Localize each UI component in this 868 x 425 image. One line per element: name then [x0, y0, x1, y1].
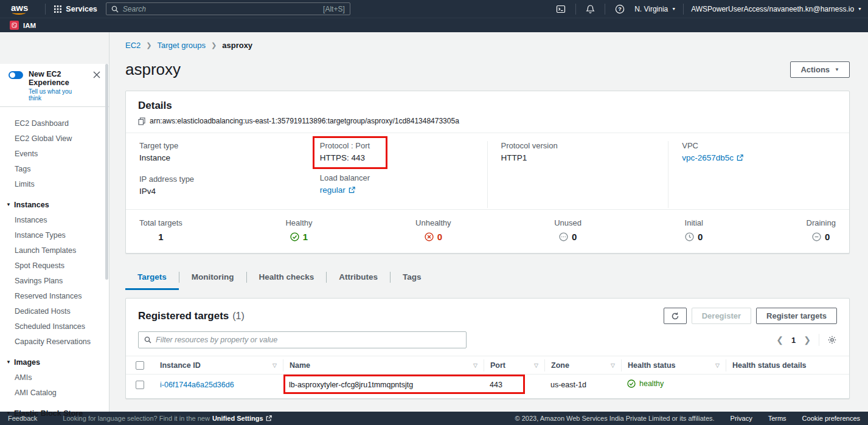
refresh-button[interactable]	[664, 308, 687, 324]
sidebar-section-elastic-block-store[interactable]: ▼Elastic Block Store	[0, 406, 109, 421]
sidebar-item-launch-templates[interactable]: Launch Templates	[0, 243, 109, 258]
privacy-link[interactable]: Privacy	[731, 415, 752, 422]
registered-targets-title: Registered targets	[138, 310, 229, 322]
search-shortcut: [Alt+S]	[323, 5, 345, 13]
sidebar-section-images[interactable]: ▼Images	[0, 354, 109, 370]
sort-icon[interactable]: ▽	[710, 362, 720, 368]
tab-health-checks[interactable]: Health checks	[247, 267, 327, 290]
sidebar-item-savings-plans[interactable]: Savings Plans	[0, 273, 109, 288]
sidebar-item-capacity-reservations[interactable]: Capacity Reservations	[0, 334, 109, 349]
chevron-down-icon: ▼	[6, 410, 11, 416]
sidebar-item-events[interactable]: Events	[0, 146, 109, 161]
page-number[interactable]: 1	[791, 336, 796, 345]
column-header-zone[interactable]: Zone▽	[544, 359, 621, 371]
top-navigation-bar: aws Services [Alt+S] ? N. Virginia ▼	[0, 0, 868, 18]
tab-tags[interactable]: Tags	[391, 267, 434, 290]
sidebar-item-limits[interactable]: Limits	[0, 176, 109, 192]
sort-icon[interactable]: ▽	[468, 362, 477, 368]
filter-input-wrapper	[138, 331, 467, 348]
search-input[interactable]	[123, 5, 319, 13]
select-all-checkbox[interactable]	[136, 361, 144, 370]
stat-healthy: Healthy 1	[285, 218, 312, 242]
deregister-button[interactable]: Deregister	[692, 308, 751, 324]
next-page-icon[interactable]: ❯	[804, 336, 811, 344]
search-icon	[111, 5, 119, 13]
sidebar-item-instance-types[interactable]: Instance Types	[0, 227, 109, 243]
tab-monitoring[interactable]: Monitoring	[179, 267, 246, 290]
protocol-port-annotation-box: Protocol : Port HTTPS: 443	[313, 136, 387, 169]
target-zone-cell: us-east-1d	[544, 381, 621, 389]
register-targets-button[interactable]: Register targets	[756, 308, 837, 324]
terms-link[interactable]: Terms	[768, 415, 786, 422]
close-icon[interactable]	[92, 70, 102, 80]
iam-label: IAM	[23, 22, 36, 29]
target-port-cell: 443	[484, 381, 544, 389]
sort-icon[interactable]: ▽	[268, 362, 277, 368]
sidebar-item-tags[interactable]: Tags	[0, 161, 109, 176]
ip-address-type-value: IPv4	[139, 187, 293, 196]
column-header-port[interactable]: Port▽	[484, 359, 544, 371]
load-balancer-link[interactable]: regular	[320, 185, 355, 195]
sidebar-item-dedicated-hosts[interactable]: Dedicated Hosts	[0, 303, 109, 319]
iam-service-icon	[10, 21, 19, 30]
region-selector[interactable]: N. Virginia ▼	[634, 5, 676, 13]
chevron-right-icon: ❯	[146, 41, 151, 49]
breadcrumb-ec2[interactable]: EC2	[125, 41, 141, 50]
breadcrumb-target-groups[interactable]: Target groups	[158, 41, 206, 50]
sidebar-scrollbar[interactable]	[105, 64, 108, 280]
notifications-bell-icon[interactable]	[583, 4, 597, 14]
cookie-preferences-link[interactable]: Cookie preferences	[802, 415, 860, 422]
sidebar-item-scheduled-instances[interactable]: Scheduled Instances	[0, 319, 109, 334]
external-link-icon	[349, 187, 355, 193]
column-header-health-status[interactable]: Health status▽	[621, 359, 726, 371]
sidebar-item-volumes[interactable]: Volumes	[0, 421, 109, 425]
column-header-health-status-details: Health status details	[726, 359, 849, 371]
sidebar-item-ec2-global-view[interactable]: EC2 Global View	[0, 131, 109, 146]
instance-id-link[interactable]: i-06f1744a6a25d36d6	[160, 381, 234, 389]
external-link-icon	[266, 415, 272, 421]
refresh-icon	[671, 312, 679, 320]
tab-attributes[interactable]: Attributes	[327, 267, 390, 290]
tab-targets[interactable]: Targets	[125, 267, 179, 290]
sidebar-section-instances[interactable]: ▼Instances	[0, 197, 109, 212]
table-settings-gear-icon[interactable]	[827, 335, 837, 345]
sidebar-item-spot-requests[interactable]: Spot Requests	[0, 258, 109, 273]
row-checkbox[interactable]	[136, 381, 144, 389]
console-footer: Feedback Looking for language selection?…	[0, 412, 868, 425]
details-title: Details	[138, 100, 837, 112]
global-search[interactable]: [Alt+S]	[106, 2, 350, 15]
favorite-iam-link[interactable]: IAM	[10, 21, 36, 30]
favorites-bar: IAM	[0, 18, 868, 32]
grid-icon	[54, 5, 61, 13]
cloudshell-icon[interactable]	[554, 4, 568, 14]
sidebar-item-ec2-dashboard[interactable]: EC2 Dashboard	[0, 116, 109, 131]
column-header-instance-id[interactable]: Instance ID▽	[154, 359, 283, 371]
services-menu-button[interactable]: Services	[52, 5, 99, 13]
previous-page-icon[interactable]: ❮	[776, 336, 783, 344]
vpc-link[interactable]: vpc-2657db5c	[682, 153, 743, 162]
divider	[683, 4, 684, 15]
experience-title: New EC2 Experience	[29, 70, 86, 87]
account-menu[interactable]: AWSPowerUserAccess/navaneeth.kn@harness.…	[691, 5, 862, 13]
experience-toggle[interactable]	[9, 71, 23, 79]
divider	[605, 4, 605, 15]
table-row: i-06f1744a6a25d36d6 lb-asproxytyler-cfcg…	[126, 375, 849, 395]
stat-unhealthy: Unhealthy 0	[415, 218, 451, 242]
sidebar-item-instances[interactable]: Instances	[0, 212, 109, 227]
breadcrumb: EC2 ❯ Target groups ❯ asproxy	[125, 41, 850, 50]
sidebar-item-ami-catalog[interactable]: AMI Catalog	[0, 385, 109, 400]
table-header-row: Instance ID▽ Name▽ Port▽ Zone▽ Health st…	[126, 356, 849, 375]
actions-button[interactable]: Actions ▼	[790, 61, 850, 78]
unified-settings-link[interactable]: Unified Settings	[212, 415, 263, 422]
copy-icon[interactable]	[138, 117, 145, 125]
sidebar-item-reserved-instances[interactable]: Reserved Instances	[0, 288, 109, 303]
help-icon[interactable]: ?	[613, 4, 627, 14]
sort-icon[interactable]: ▽	[529, 362, 538, 368]
column-header-name[interactable]: Name▽	[283, 359, 484, 371]
experience-feedback-link[interactable]: Tell us what you think	[29, 88, 86, 102]
filter-input[interactable]	[156, 336, 460, 344]
sidebar-item-amis[interactable]: AMIs	[0, 370, 109, 385]
breadcrumb-current: asproxy	[222, 41, 252, 50]
health-stats-row: Total targets 1 Healthy 1 Unhealthy 0	[126, 210, 849, 253]
sort-icon[interactable]: ▽	[606, 362, 615, 368]
